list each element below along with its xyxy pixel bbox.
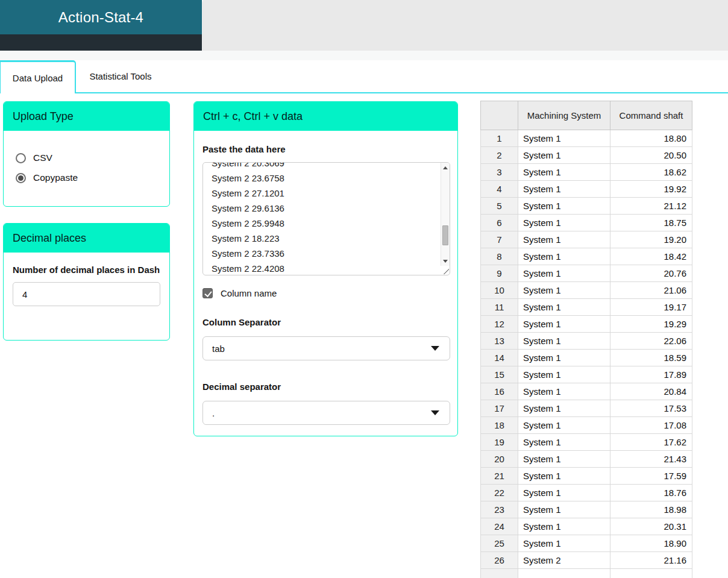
system-cell: System 1	[518, 147, 610, 164]
column-separator-select[interactable]: tab	[202, 336, 450, 360]
table-header-row: Machining System Command shaft	[481, 101, 692, 130]
system-cell: System 1	[518, 518, 610, 535]
paste-textarea[interactable]: System 2 20.3069 System 2 23.6758 System…	[202, 162, 450, 275]
value-cell: 18.90	[610, 535, 692, 552]
decimal-separator-select[interactable]: .	[202, 401, 450, 425]
empty-cell	[610, 569, 692, 578]
radio-option-copypaste[interactable]: Copypaste	[16, 172, 157, 183]
table-row: 26System 221.16	[481, 552, 692, 569]
system-cell: System 1	[518, 468, 610, 485]
index-header-cell	[481, 101, 518, 130]
value-cell: 17.53	[610, 400, 692, 417]
paste-data-header: Ctrl + c, Ctrl + v data	[194, 102, 457, 131]
table-row: 17System 117.53	[481, 400, 692, 417]
table-row: 23System 118.98	[481, 501, 692, 518]
tab-data-upload-label: Data Upload	[13, 73, 63, 83]
tab-statistical-tools[interactable]: Statistical Tools	[76, 60, 165, 92]
upload-type-header: Upload Type	[4, 102, 169, 131]
row-index-cell: 2	[481, 147, 518, 164]
system-cell: System 1	[518, 231, 610, 248]
row-index-cell: 13	[481, 333, 518, 350]
table-row: 21System 117.59	[481, 468, 692, 485]
row-index-cell: 14	[481, 350, 518, 366]
scroll-down-button[interactable]	[441, 257, 450, 265]
value-cell: 18.76	[610, 485, 692, 501]
row-index-cell: 21	[481, 468, 518, 485]
row-index-cell: 4	[481, 181, 518, 198]
scroll-up-button[interactable]	[441, 163, 450, 172]
column-name-option[interactable]: Column name	[202, 288, 449, 298]
value-cell: 20.31	[610, 518, 692, 535]
system-cell: System 1	[518, 451, 610, 468]
empty-cell	[518, 569, 610, 578]
decimal-places-input[interactable]	[13, 282, 160, 306]
value-cell: 19.20	[610, 231, 692, 248]
table-row: 5System 121.12	[481, 198, 692, 215]
table-row-stub	[481, 569, 692, 578]
value-cell: 17.62	[610, 434, 692, 451]
table-row: 15System 117.89	[481, 366, 692, 383]
decimal-places-header: Decimal places	[4, 224, 169, 253]
csv-radio-label: CSV	[33, 152, 52, 163]
column-separator-label: Column Separator	[202, 315, 449, 330]
value-cell: 19.17	[610, 299, 692, 316]
decimal-places-card: Decimal places Number of decimal places …	[3, 223, 170, 341]
value-cell: 17.59	[610, 468, 692, 485]
radio-option-csv[interactable]: CSV	[16, 152, 157, 163]
table-row: 10System 121.06	[481, 282, 692, 299]
system-cell: System 1	[518, 366, 610, 383]
system-cell: System 1	[518, 400, 610, 417]
row-index-cell: 11	[481, 299, 518, 316]
table-row: 8System 118.42	[481, 248, 692, 265]
scrollbar-thumb[interactable]	[442, 225, 448, 245]
textarea-scrollbar[interactable]	[441, 163, 450, 266]
paste-textarea-content: System 2 20.3069 System 2 23.6758 System…	[203, 162, 440, 275]
chevron-down-icon	[431, 346, 439, 351]
row-index-cell: 22	[481, 485, 518, 501]
decimal-separator-label: Decimal separator	[202, 379, 449, 394]
system-cell: System 1	[518, 383, 610, 400]
table-row: 4System 119.92	[481, 181, 692, 198]
row-index-cell: 15	[481, 366, 518, 383]
table-row: 9System 120.76	[481, 265, 692, 282]
system-cell: System 1	[518, 181, 610, 198]
column-name-checkbox[interactable]	[202, 288, 213, 298]
copypaste-radio-icon[interactable]	[16, 173, 26, 183]
table-row: 1System 118.80	[481, 130, 692, 147]
column-name-label: Column name	[221, 288, 277, 298]
system-cell: System 1	[518, 485, 610, 501]
decimal-places-title: Decimal places	[13, 232, 86, 245]
table-row: 3System 118.62	[481, 164, 692, 181]
resize-grip-icon[interactable]	[442, 268, 449, 274]
system-cell: System 1	[518, 248, 610, 265]
scroll-down-icon	[443, 260, 448, 263]
row-index-cell: 9	[481, 265, 518, 282]
value-cell: 18.80	[610, 130, 692, 147]
system-cell: System 2	[518, 552, 610, 569]
upload-type-options: CSV Copypaste	[4, 131, 169, 183]
row-index-cell: 23	[481, 501, 518, 518]
row-index-cell: 24	[481, 518, 518, 535]
value-cell: 18.98	[610, 501, 692, 518]
table-row: 7System 119.20	[481, 231, 692, 248]
column-separator-value: tab	[212, 344, 225, 354]
row-index-cell: 16	[481, 383, 518, 400]
value-cell: 19.29	[610, 316, 692, 333]
row-index-cell: 1	[481, 130, 518, 147]
table-row: 2System 120.50	[481, 147, 692, 164]
upload-type-title: Upload Type	[13, 110, 74, 123]
row-index-cell: 7	[481, 231, 518, 248]
table-row: 18System 117.08	[481, 417, 692, 434]
value-cell: 17.08	[610, 417, 692, 434]
header-gray-panel	[203, 0, 728, 51]
value-cell: 18.75	[610, 215, 692, 231]
value-cell: 21.16	[610, 552, 692, 569]
row-index-cell: 10	[481, 282, 518, 299]
machining-system-header: Machining System	[518, 101, 610, 130]
decimal-places-label: Number of decimal places in Dash	[13, 262, 160, 277]
tab-data-upload[interactable]: Data Upload	[0, 60, 76, 93]
csv-radio-icon[interactable]	[16, 153, 26, 163]
upload-type-card: Upload Type CSV Copypaste	[3, 101, 170, 207]
header-dark-band	[0, 34, 202, 51]
row-index-cell: 17	[481, 400, 518, 417]
